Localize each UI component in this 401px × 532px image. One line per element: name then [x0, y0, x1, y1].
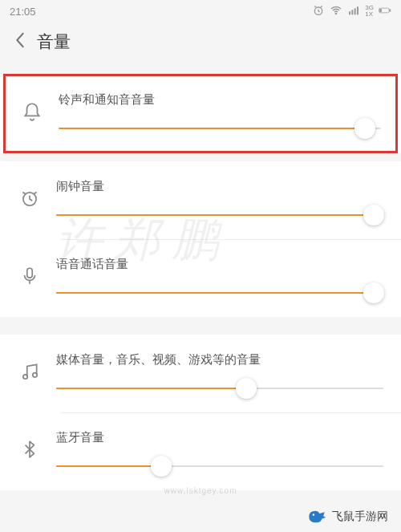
bluetooth-volume-row: 蓝牙音量 [0, 412, 401, 490]
svg-point-11 [23, 375, 27, 379]
media-slider[interactable] [56, 379, 383, 398]
svg-rect-2 [349, 11, 350, 14]
status-icons: 3G 1X [312, 4, 391, 19]
music-note-icon [18, 355, 42, 388]
svg-rect-8 [380, 9, 382, 11]
domain-watermark: www.lsktgey.com [0, 486, 401, 495]
back-icon[interactable] [14, 31, 26, 52]
brand-text: 飞鼠手游网 [332, 510, 388, 524]
ringtone-slider[interactable] [59, 119, 381, 138]
voice-slider[interactable] [56, 283, 383, 303]
bluetooth-label: 蓝牙音量 [56, 430, 383, 445]
alarm-label: 闹钟音量 [56, 179, 383, 194]
signal-icon [347, 4, 360, 19]
voice-label: 语音通话音量 [56, 257, 383, 272]
header: 音量 [0, 22, 401, 66]
svg-point-12 [33, 373, 37, 377]
wifi-icon [330, 4, 342, 19]
network-type: 3G 1X [365, 5, 374, 18]
svg-rect-7 [390, 9, 391, 10]
alarm-slider[interactable] [56, 205, 383, 225]
battery-icon [379, 4, 391, 19]
svg-rect-10 [27, 268, 33, 278]
status-time: 21:05 [10, 6, 36, 18]
alarm-clock-icon [18, 182, 42, 214]
bluetooth-slider[interactable] [56, 457, 383, 476]
svg-point-13 [313, 514, 314, 515]
media-volume-row: 媒体音量，音乐、视频、游戏等的音量 [0, 335, 401, 412]
svg-rect-4 [354, 8, 356, 14]
microphone-icon [18, 260, 42, 292]
svg-rect-5 [357, 6, 358, 14]
alarm-status-icon [312, 4, 325, 19]
alarm-volume-row: 闹钟音量 [0, 161, 401, 239]
media-label: 媒体音量，音乐、视频、游戏等的音量 [56, 352, 383, 368]
brand-badge: 飞鼠手游网 [306, 508, 388, 526]
page-title: 音量 [37, 30, 71, 53]
svg-rect-3 [352, 10, 354, 14]
bluetooth-icon [18, 433, 42, 465]
voice-call-volume-row: 语音通话音量 [0, 239, 401, 317]
bell-icon [20, 95, 44, 128]
svg-point-1 [336, 13, 337, 14]
ringtone-label: 铃声和通知音音量 [59, 92, 381, 108]
ringtone-volume-row: 铃声和通知音音量 [3, 74, 398, 153]
